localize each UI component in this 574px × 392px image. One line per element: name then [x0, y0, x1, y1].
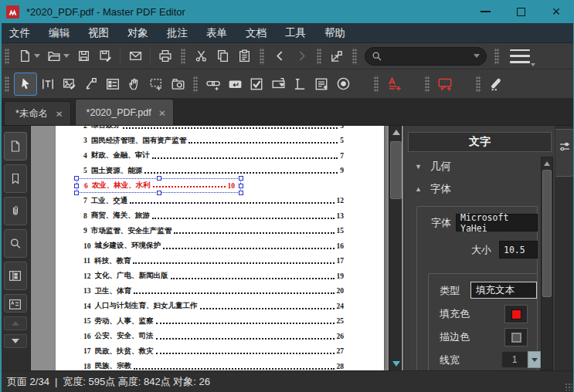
document-scrollbar[interactable] — [389, 126, 402, 370]
toolbar-grip[interactable] — [193, 76, 198, 93]
font-size-input[interactable]: 10.5 — [499, 241, 538, 259]
menu-tools[interactable]: 工具 — [276, 23, 315, 43]
new-document-button[interactable] — [14, 46, 36, 66]
add-text-annotation-tool[interactable] — [383, 74, 405, 94]
new-document-dropdown-caret[interactable] — [34, 54, 40, 58]
line-width-caret-button[interactable] — [528, 351, 541, 368]
toolbar-grip[interactable] — [5, 48, 9, 65]
edit-image-tool-button[interactable] — [59, 74, 80, 94]
sidebar-scroll-down-button[interactable] — [4, 334, 27, 348]
main-menu-button[interactable] — [510, 49, 530, 63]
open-file-button[interactable] — [43, 46, 65, 66]
toc-row[interactable]: 5国土资源、能源9 — [56, 164, 384, 179]
selected-text-object[interactable]: 6农业、林业、水利10 — [76, 178, 241, 193]
pdf-page[interactable]: 2综合政务3 3国民经济管理、国有资产监管5 4财政、金融、审计7 5国土资源、… — [56, 126, 384, 370]
previous-view-button[interactable] — [269, 46, 290, 66]
font-name-input[interactable]: Microsoft YaHei — [456, 214, 538, 231]
stroke-color-button[interactable] — [504, 328, 528, 346]
open-file-dropdown-caret[interactable] — [63, 54, 70, 58]
next-view-button[interactable] — [290, 46, 312, 66]
edit-text-tool-button[interactable] — [37, 74, 59, 94]
snapshot-tool-button[interactable] — [167, 74, 189, 94]
properties-panel-tab[interactable] — [555, 129, 574, 177]
expand-triangle-icon[interactable]: ▲ — [415, 185, 423, 193]
menu-view[interactable]: 视图 — [79, 23, 118, 43]
edit-forms-tool-button[interactable] — [102, 74, 124, 94]
print-button[interactable] — [155, 46, 176, 66]
tab-untitled[interactable]: *未命名 × — [4, 101, 71, 125]
toolbar-grip[interactable] — [181, 48, 185, 65]
toc-row[interactable]: 12文化、广电、新闻出版19 — [56, 269, 384, 284]
toolbar-grip[interactable] — [476, 76, 481, 93]
toolbar-grip[interactable] — [374, 76, 379, 93]
toc-row[interactable]: 11科技、教育17 — [56, 254, 384, 269]
fit-to-selection-button[interactable] — [326, 46, 348, 66]
toolbar-grip[interactable] — [425, 76, 430, 93]
panel-scroll-up-button[interactable] — [542, 157, 552, 169]
font-section-header[interactable]: ▲ 字体 — [415, 182, 451, 196]
selection-handle[interactable] — [157, 176, 161, 181]
menu-help[interactable]: 帮助 — [315, 23, 355, 43]
type-combobox[interactable]: 填充文本 — [470, 282, 537, 299]
collapse-triangle-icon[interactable]: ▼ — [415, 163, 423, 171]
toc-row[interactable]: 17民政、扶贫、救灾27 — [56, 344, 384, 360]
selection-handle[interactable] — [74, 191, 79, 195]
select-tool-button[interactable] — [14, 73, 37, 96]
toolbar-grip[interactable] — [494, 48, 499, 65]
sidebar-search-button[interactable] — [4, 229, 27, 258]
toolbar-grip[interactable] — [5, 76, 9, 93]
sidebar-page-thumbnails-button[interactable] — [4, 132, 27, 161]
select-text-area-tool-button[interactable] — [145, 74, 167, 94]
highlighter-tool[interactable] — [485, 74, 507, 94]
scroll-up-button[interactable] — [389, 126, 402, 139]
toolbar-grip[interactable] — [260, 48, 264, 65]
document-canvas[interactable]: 2综合政务3 3国民经济管理、国有资产监管5 4财政、金融、审计7 5国土资源、… — [31, 126, 403, 370]
geometry-section-header[interactable]: ▼ 几何 — [415, 160, 451, 174]
tab-2020-pdf[interactable]: *2020_PDF.pdf × — [75, 99, 174, 125]
copy-button[interactable] — [212, 46, 233, 66]
push-button-field-tool[interactable] — [224, 74, 246, 94]
selection-handle[interactable] — [74, 176, 79, 181]
panel-scrollbar-thumb[interactable] — [542, 170, 552, 297]
toc-row[interactable]: 8商贸、海关、旅游13 — [56, 208, 384, 224]
selection-handle[interactable] — [239, 176, 243, 181]
combobox-field-tool[interactable] — [267, 74, 289, 94]
panel-scrollbar[interactable] — [541, 157, 553, 370]
checkbox-field-tool[interactable] — [246, 74, 267, 94]
selection-handle[interactable] — [157, 191, 161, 195]
sidebar-scroll-up-button[interactable] — [4, 316, 27, 330]
menu-edit[interactable]: 编辑 — [39, 23, 79, 43]
save-button[interactable] — [73, 46, 94, 66]
search-input[interactable] — [382, 51, 474, 62]
toc-row[interactable]: 10城乡建设、环境保护16 — [56, 238, 384, 254]
cut-button[interactable] — [190, 46, 212, 66]
toc-row[interactable]: 7工业、交通12 — [56, 194, 384, 209]
sidebar-properties-button[interactable] — [4, 294, 27, 313]
toc-row[interactable]: 14人口与计划生育、妇女儿童工作24 — [56, 299, 384, 314]
menu-document[interactable]: 文档 — [236, 23, 276, 43]
scrollbar-thumb[interactable] — [390, 141, 402, 199]
hand-tool-button[interactable] — [124, 74, 145, 94]
toc-row-selected[interactable]: 6农业、林业、水利10 — [56, 178, 384, 194]
toc-row[interactable]: 18民族、宗教28 — [56, 359, 384, 370]
toc-row[interactable]: 3国民经济管理、国有资产监管5 — [56, 133, 384, 149]
search-box[interactable] — [365, 47, 487, 66]
maximize-button[interactable] — [503, 0, 538, 23]
toc-row[interactable]: 15劳动、人事、监察25 — [56, 314, 384, 329]
minimize-button[interactable] — [467, 0, 503, 23]
selection-handle[interactable] — [239, 191, 243, 195]
toc-row[interactable]: 16公安、安全、司法26 — [56, 329, 384, 344]
text-field-tool[interactable] — [289, 74, 311, 94]
line-width-input[interactable]: 1 — [501, 351, 528, 368]
save-as-button[interactable] — [94, 46, 116, 66]
toolbar-grip[interactable] — [352, 48, 357, 65]
toc-row[interactable]: 2综合政务3 — [56, 126, 384, 133]
selection-handle[interactable] — [239, 184, 243, 188]
resize-grip[interactable] — [565, 383, 572, 390]
toc-row[interactable]: 9市场监管、安全生产监管15 — [56, 224, 384, 239]
sidebar-bookmarks-button[interactable] — [4, 164, 27, 193]
menu-object[interactable]: 对象 — [118, 23, 158, 43]
scroll-down-button[interactable] — [389, 357, 402, 370]
paste-button[interactable] — [233, 46, 255, 66]
search-dropdown-caret[interactable] — [474, 54, 480, 58]
